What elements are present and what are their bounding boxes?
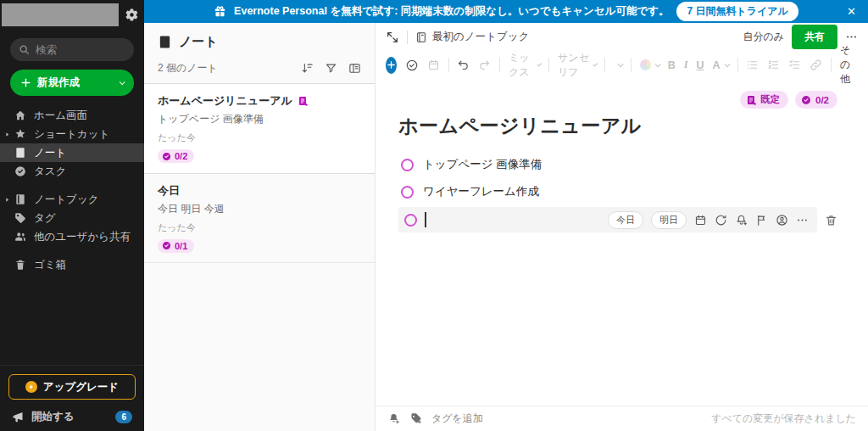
account-name-placeholder[interactable]: [2, 3, 119, 26]
bold-button[interactable]: B: [668, 59, 676, 71]
bullet-list-icon[interactable]: [746, 59, 759, 71]
style-dropdown[interactable]: ミックス: [509, 51, 540, 80]
note-card[interactable]: 今日 今日 明日 今週 たった今 0/1: [144, 174, 375, 264]
due-tomorrow-button[interactable]: 明日: [651, 211, 687, 229]
insert-calendar-icon[interactable]: [427, 59, 440, 71]
due-today-button[interactable]: 今日: [608, 211, 643, 229]
italic-button[interactable]: I: [684, 59, 688, 71]
get-started-label: 開始する: [31, 410, 75, 424]
sidebar-item-label: タスク: [34, 165, 66, 179]
search-input[interactable]: [36, 44, 125, 56]
delete-task-icon[interactable]: [825, 214, 837, 227]
editor-toolbar: ミックス サンセリフ B I U A: [376, 51, 868, 79]
chevron-down-icon: [618, 61, 624, 67]
sidebar-item-trash[interactable]: ゴミ箱: [0, 255, 144, 274]
sidebar-item-shortcuts[interactable]: ショートカット: [0, 125, 144, 143]
sidebar-item-notes[interactable]: ノート: [0, 143, 144, 162]
banner-close-icon[interactable]: ✕: [843, 0, 860, 23]
task-list: トップページ 画像準備 ワイヤーフレーム作成: [398, 151, 837, 232]
settings-gear-icon[interactable]: [125, 8, 139, 22]
check-circle-icon: [801, 95, 811, 105]
reminder-bell-icon[interactable]: [735, 214, 748, 227]
recurrence-icon[interactable]: [715, 214, 727, 227]
task-checkbox[interactable]: [401, 186, 414, 199]
task-text[interactable]: ワイヤーフレーム作成: [423, 184, 539, 199]
task-item-active[interactable]: 今日 明日: [398, 207, 817, 232]
text-color-picker[interactable]: [640, 59, 659, 70]
note-card-selected[interactable]: ホームページリニューアル トップページ 画像準備 たった今 0/2: [144, 83, 375, 174]
sidebar-nav: ホーム画面 ショートカット ノート タスク ノートブック: [0, 106, 144, 274]
plus-icon: [20, 77, 31, 88]
note-list-panel: ノート 2 個のノート ホームページリニューアル: [144, 23, 376, 431]
checklist-icon[interactable]: [788, 59, 801, 71]
note-title[interactable]: ホームページリニューアル: [398, 113, 837, 139]
text-cursor: [425, 212, 426, 227]
flag-icon[interactable]: [755, 214, 768, 227]
due-date-calendar-icon[interactable]: [694, 214, 707, 227]
sort-icon[interactable]: [301, 62, 314, 75]
sidebar-item-home[interactable]: ホーム画面: [0, 106, 144, 125]
sidebar-item-label: タグ: [34, 211, 56, 226]
assignee-icon[interactable]: [776, 214, 788, 227]
font-size-dropdown[interactable]: [614, 63, 622, 67]
task-item[interactable]: トップページ 画像準備: [398, 151, 837, 178]
undo-icon[interactable]: [457, 59, 470, 71]
note-body[interactable]: 既定 0/2 ホームページリニューアル トップページ 画像準備: [376, 79, 868, 406]
search-box[interactable]: [10, 38, 134, 61]
get-started-row[interactable]: 開始する 6: [8, 410, 136, 424]
link-icon[interactable]: [810, 59, 822, 71]
sidebar-item-tasks[interactable]: タスク: [0, 162, 144, 181]
evernote-app: 新規作成 ホーム画面 ショートカット ノート タスク: [0, 0, 868, 431]
font-dropdown[interactable]: サンセリフ: [558, 51, 596, 80]
editor-header: 最初のノートブック 自分のみ 共有: [376, 23, 868, 51]
highlight-dropdown[interactable]: A: [713, 59, 729, 71]
chevron-right-icon[interactable]: [4, 193, 10, 205]
note-count: 2 個のノート: [158, 61, 218, 76]
underline-button[interactable]: U: [697, 59, 704, 71]
filter-icon[interactable]: [325, 62, 337, 75]
tag-add-icon[interactable]: [409, 412, 422, 425]
chevron-right-icon[interactable]: [4, 128, 10, 140]
expand-note-icon[interactable]: [386, 31, 399, 44]
note-editor: 最初のノートブック 自分のみ 共有 ミックス: [376, 23, 868, 431]
notebook-icon: [415, 31, 427, 43]
upgrade-coin-icon: [25, 381, 37, 393]
task-more-icon[interactable]: [796, 214, 809, 227]
reminder-add-icon[interactable]: [387, 412, 400, 425]
notes-header-icon: [158, 35, 172, 49]
numbered-list-icon[interactable]: [767, 59, 780, 71]
chevron-down-icon: [593, 62, 598, 67]
add-tag-label[interactable]: タグを追加: [431, 411, 483, 426]
note-list-title: ノート: [179, 34, 218, 50]
new-note-button[interactable]: 新規作成: [10, 70, 134, 96]
template-pill[interactable]: 既定: [740, 91, 788, 109]
new-note-label: 新規作成: [37, 76, 80, 90]
shared-users-icon: [14, 231, 26, 243]
task-item[interactable]: ワイヤーフレーム作成: [398, 178, 837, 205]
more-options-icon[interactable]: [845, 31, 858, 43]
task-checkbox[interactable]: [404, 214, 417, 227]
upgrade-button[interactable]: アップグレード: [8, 374, 136, 400]
task-checkbox[interactable]: [401, 159, 414, 171]
task-progress-badge: 0/2: [158, 149, 194, 163]
banner-text: Evernote Personal を無料で試す: 同期端末数の制限なし。いつで…: [234, 4, 669, 19]
sidebar-item-shared[interactable]: 他のユーザから共有: [0, 227, 144, 246]
content: ノート 2 個のノート ホームページリニューアル: [144, 23, 868, 431]
note-list-header: ノート 2 個のノート: [144, 23, 375, 83]
progress-pill[interactable]: 0/2: [795, 91, 837, 109]
sidebar-item-tags[interactable]: タグ: [0, 209, 144, 227]
star-icon: [14, 128, 26, 140]
view-layout-icon[interactable]: [348, 62, 361, 75]
insert-icon[interactable]: [386, 57, 397, 74]
notebook-selector[interactable]: 最初のノートブック: [415, 30, 529, 44]
sidebar-item-label: ゴミ箱: [34, 258, 66, 272]
note-card-title: 今日: [158, 183, 180, 199]
task-text[interactable]: トップページ 画像準備: [423, 157, 542, 172]
insert-task-icon[interactable]: [405, 59, 419, 72]
editor-footer: タグを追加 すべての変更が保存されました: [376, 406, 868, 431]
redo-icon[interactable]: [478, 59, 491, 71]
share-button[interactable]: 共有: [792, 25, 837, 49]
trial-button[interactable]: 7 日間無料トライアル: [676, 2, 798, 21]
sidebar-item-notebooks[interactable]: ノートブック: [0, 190, 144, 209]
note-card-time: たった今: [158, 221, 361, 234]
